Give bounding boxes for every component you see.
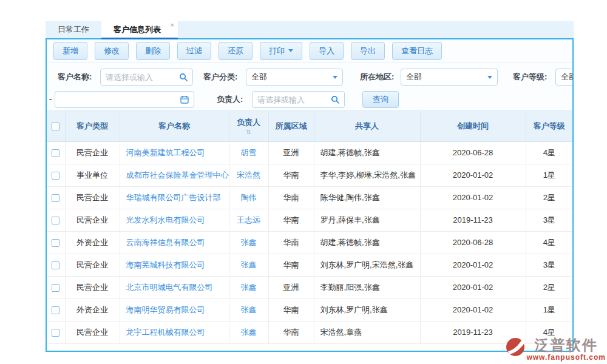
cell-created: 2020-06-28 xyxy=(420,141,526,164)
table-row[interactable]: 民营企业 海南芜城科技有限公司 张鑫 华南 刘东林,罗广明,宋浩然,张鑫 202… xyxy=(47,254,572,276)
table-row[interactable]: 民营企业 北京市明城电气有限公司 张鑫 亚洲 李勤丽,阳强,张鑫 2020-01… xyxy=(47,276,572,298)
table-row[interactable]: 民营企业 光发水利水电有限公司 王志远 华南 罗丹,薛保丰,张鑫 2019-11… xyxy=(47,209,572,231)
chevron-down-icon xyxy=(333,76,337,79)
row-checkbox[interactable] xyxy=(52,261,59,269)
cell-shared: 李勤丽,阳强,张鑫 xyxy=(314,276,420,298)
tab-close-icon[interactable]: × xyxy=(171,22,174,29)
export-button[interactable]: 导出 xyxy=(351,42,385,60)
header-region[interactable]: 所属区域 xyxy=(268,111,314,141)
cell-owner[interactable]: 张鑫 xyxy=(229,231,268,254)
region-select[interactable]: 全部 xyxy=(401,69,498,86)
cell-owner[interactable]: 胡雪 xyxy=(229,141,268,164)
header-level[interactable]: 客户等级 xyxy=(526,111,572,141)
cell-owner[interactable]: 陶伟 xyxy=(229,186,268,209)
owner-input-field[interactable] xyxy=(257,95,327,104)
table-row[interactable]: 事业单位 成都市社会保险基金管理中心 宋浩然 华南 李华,李婷,柳琳,宋浩然,张… xyxy=(47,164,572,186)
cell-customer-name[interactable]: 北京市明城电气有限公司 xyxy=(120,276,229,298)
table-row[interactable]: 民营企业 华瑞城有限公司广告设计部 陶伟 华南 陈华健,陶伟,张鑫 2020-0… xyxy=(47,186,572,209)
cell-shared: 宋浩然,章燕 xyxy=(314,321,420,343)
cell-customer-name[interactable]: 华瑞城有限公司广告设计部 xyxy=(120,186,229,209)
row-checkbox[interactable] xyxy=(52,194,59,202)
cell-owner[interactable]: 宋浩然 xyxy=(229,164,268,186)
cell-owner[interactable]: 王志远 xyxy=(229,209,268,231)
cell-customer-name[interactable]: 河南美新建筑工程公司 xyxy=(120,141,229,164)
vendor-name: 泛普软件 xyxy=(535,337,598,353)
cell-region: 华南 xyxy=(268,186,314,209)
cell-customer-name[interactable]: 海南明华贸易有限公司 xyxy=(120,298,229,321)
row-checkbox[interactable] xyxy=(52,329,59,337)
cell-region: 华南 xyxy=(268,298,314,321)
import-button[interactable]: 导入 xyxy=(310,42,344,60)
row-checkbox[interactable] xyxy=(52,239,59,247)
owner-label: 负责人: xyxy=(217,91,243,108)
table-row[interactable]: 外资企业 云南海祥信息有限公司 张鑫 华南 胡建,蒋德帧,张鑫 2020-06-… xyxy=(47,231,572,254)
header-created[interactable]: 创建时间 xyxy=(420,111,526,141)
date-input-field[interactable] xyxy=(60,95,177,104)
cell-customer-type: 民营企业 xyxy=(65,141,120,164)
toolbar: 新增 修改 删除 过滤 还原 打印 导入 导出 查看日志 xyxy=(47,39,572,62)
search-icon[interactable] xyxy=(331,95,339,104)
cell-region: 华南 xyxy=(268,164,314,186)
delete-button[interactable]: 删除 xyxy=(136,42,170,60)
cell-shared: 胡建,蒋德帧,张鑫 xyxy=(314,141,420,164)
customer-name-input[interactable] xyxy=(100,69,193,86)
header-customer-name[interactable]: 客户名称 xyxy=(120,111,229,141)
row-checkbox[interactable] xyxy=(52,149,59,157)
owner-input[interactable] xyxy=(252,91,345,108)
cell-level: 2星 xyxy=(526,186,572,209)
filter-button[interactable]: 过滤 xyxy=(177,42,211,60)
calendar-icon[interactable] xyxy=(180,95,189,104)
cell-customer-type: 民营企业 xyxy=(65,209,120,231)
sort-icon[interactable]: ⇅ xyxy=(246,129,251,135)
print-button[interactable]: 打印 xyxy=(260,42,302,60)
search-icon[interactable] xyxy=(179,73,188,81)
select-all-checkbox[interactable] xyxy=(52,123,59,130)
cell-customer-type: 民营企业 xyxy=(65,321,120,343)
cell-customer-name[interactable]: 光发水利水电有限公司 xyxy=(120,209,229,231)
row-checkbox[interactable] xyxy=(52,172,59,180)
cell-customer-name[interactable]: 成都市社会保险基金管理中心 xyxy=(120,164,229,186)
cell-customer-type: 外资企业 xyxy=(65,231,120,254)
customer-table: 客户类型 客户名称 负责人 ⇅ 所属区域 共享人 创建时间 客户等级 xyxy=(47,111,572,344)
header-shared[interactable]: 共享人 xyxy=(314,111,420,141)
header-owner[interactable]: 负责人 ⇅ xyxy=(229,111,268,141)
table-row[interactable]: 民营企业 龙宇工程机械有限公司 张鑫 华南 宋浩然,章燕 2019-11-23 … xyxy=(47,321,572,343)
row-checkbox[interactable] xyxy=(52,306,59,314)
region-label: 所在地区: xyxy=(360,69,394,86)
table-header-row: 客户类型 客户名称 负责人 ⇅ 所属区域 共享人 创建时间 客户等级 xyxy=(47,111,572,141)
header-customer-type[interactable]: 客户类型 xyxy=(65,111,120,141)
cell-owner[interactable]: 张鑫 xyxy=(229,254,268,276)
row-checkbox[interactable] xyxy=(52,284,59,292)
customer-list-screen: 日常工作 客户信息列表 × 新增 修改 删除 过滤 还原 打印 导入 导出 xyxy=(0,0,607,364)
cell-region: 华南 xyxy=(268,254,314,276)
customer-level-select[interactable]: 全部 xyxy=(555,69,574,86)
tab-customer-info-list[interactable]: 客户信息列表 × xyxy=(101,21,178,38)
customer-category-select[interactable]: 全部 xyxy=(246,69,343,86)
table-row[interactable]: 外资企业 海南明华贸易有限公司 张鑫 华南 刘东林,罗广明,张鑫 2020-01… xyxy=(47,298,572,321)
region-value: 全部 xyxy=(406,72,487,83)
cell-customer-name[interactable]: 海南芜城科技有限公司 xyxy=(120,254,229,276)
date-input[interactable] xyxy=(55,91,194,108)
restore-button[interactable]: 还原 xyxy=(219,42,253,60)
edit-button[interactable]: 修改 xyxy=(95,42,129,60)
cell-region: 亚洲 xyxy=(268,141,314,164)
customer-name-label: 客户名称: xyxy=(58,69,92,86)
query-button[interactable]: 查询 xyxy=(362,91,399,108)
cell-customer-name[interactable]: 云南海祥信息有限公司 xyxy=(120,231,229,254)
table-row[interactable]: 民营企业 河南美新建筑工程公司 胡雪 亚洲 胡建,蒋德帧,张鑫 2020-06-… xyxy=(47,141,572,164)
cell-level: 4星 xyxy=(526,141,572,164)
cell-owner[interactable]: 张鑫 xyxy=(229,276,268,298)
cell-shared: 胡建,蒋德帧,张鑫 xyxy=(314,231,420,254)
tab-daily-work[interactable]: 日常工作 xyxy=(46,21,101,38)
cell-level: 3星 xyxy=(526,254,572,276)
add-button[interactable]: 新增 xyxy=(53,42,87,60)
cell-created: 2020-01-02 xyxy=(420,298,526,321)
cell-owner[interactable]: 张鑫 xyxy=(229,321,268,343)
customer-name-input-field[interactable] xyxy=(106,73,175,82)
row-checkbox[interactable] xyxy=(52,217,59,224)
cell-customer-name[interactable]: 龙宇工程机械有限公司 xyxy=(120,321,229,343)
view-log-button[interactable]: 查看日志 xyxy=(392,42,442,60)
chevron-down-icon xyxy=(288,49,293,52)
cell-owner[interactable]: 张鑫 xyxy=(229,298,268,321)
cell-created: 2020-01-02 xyxy=(420,254,526,276)
